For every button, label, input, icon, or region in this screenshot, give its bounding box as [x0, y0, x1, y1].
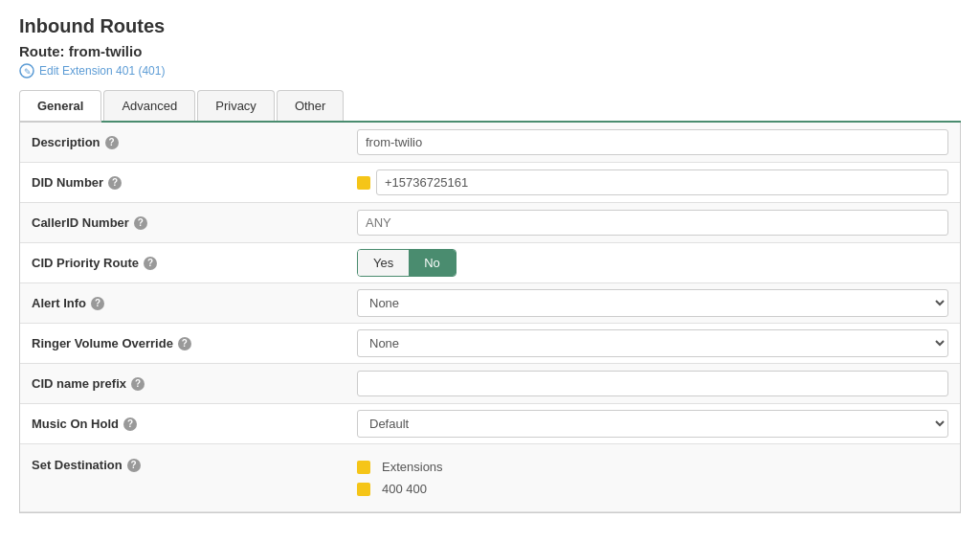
- set-destination-label: Set Destination ?: [20, 452, 345, 480]
- cid-priority-toggle-group: Yes No: [357, 249, 457, 277]
- did-input-wrapper: [357, 169, 948, 195]
- callerid-number-label: CallerID Number ?: [20, 208, 345, 237]
- cid-priority-route-row: CID Priority Route ? Yes No: [20, 243, 960, 283]
- callerid-help-icon[interactable]: ?: [134, 216, 147, 230]
- callerid-number-row: CallerID Number ?: [20, 203, 960, 243]
- edit-link-text: Edit Extension 401 (401): [39, 64, 165, 78]
- page-title: Inbound Routes: [19, 15, 961, 37]
- did-number-input[interactable]: [376, 169, 948, 195]
- tab-other[interactable]: Other: [277, 90, 345, 121]
- destination-item-extensions: Extensions: [357, 458, 948, 476]
- did-number-value: [345, 164, 960, 201]
- music-on-hold-help-icon[interactable]: ?: [123, 418, 137, 431]
- cid-priority-help-icon[interactable]: ?: [144, 257, 157, 270]
- set-destination-row: Set Destination ? Extensions 400 400: [20, 444, 960, 512]
- tab-advanced[interactable]: Advanced: [103, 90, 195, 121]
- music-on-hold-label: Music On Hold ?: [20, 409, 345, 439]
- description-value: [345, 124, 960, 161]
- alert-info-select[interactable]: None: [357, 289, 948, 317]
- music-on-hold-select[interactable]: Default: [357, 410, 948, 438]
- did-yellow-indicator: [357, 176, 370, 190]
- callerid-number-input[interactable]: [357, 210, 948, 236]
- ringer-volume-label: Ringer Volume Override ?: [20, 328, 345, 358]
- description-help-icon[interactable]: ?: [105, 136, 119, 149]
- did-number-help-icon[interactable]: ?: [108, 176, 122, 190]
- description-label: Description ?: [20, 127, 345, 157]
- edit-extension-link[interactable]: ✎ Edit Extension 401 (401): [19, 63, 961, 79]
- cid-priority-yes-button[interactable]: Yes: [358, 250, 409, 276]
- ringer-volume-row: Ringer Volume Override ? None: [20, 324, 960, 364]
- cid-name-prefix-input[interactable]: [357, 371, 948, 396]
- edit-icon: ✎: [19, 63, 34, 79]
- cid-name-prefix-label: CID name prefix ?: [20, 369, 345, 398]
- cid-priority-no-button[interactable]: No: [409, 250, 456, 276]
- did-number-label: DID Number ?: [20, 168, 345, 197]
- ringer-volume-value: None: [345, 324, 960, 363]
- alert-info-row: Alert Info ? None: [20, 283, 960, 324]
- ringer-volume-select[interactable]: None: [357, 329, 948, 357]
- music-on-hold-value: Default: [345, 404, 960, 443]
- destination-item-400: 400 400: [357, 480, 948, 498]
- set-destination-help-icon[interactable]: ?: [127, 459, 141, 472]
- ringer-volume-help-icon[interactable]: ?: [178, 337, 191, 350]
- callerid-number-value: [345, 204, 960, 241]
- route-name: Route: from-twilio: [19, 43, 961, 59]
- tab-privacy[interactable]: Privacy: [197, 90, 275, 121]
- destination-yellow-indicator-1: [357, 461, 370, 474]
- cid-priority-route-value: Yes No: [345, 243, 960, 282]
- alert-info-value: None: [345, 283, 960, 323]
- cid-name-prefix-value: [345, 365, 960, 402]
- music-on-hold-row: Music On Hold ? Default: [20, 404, 960, 444]
- destination-label-extensions: Extensions: [382, 460, 443, 474]
- description-input[interactable]: [357, 129, 948, 155]
- cid-priority-route-label: CID Priority Route ?: [20, 248, 345, 278]
- cid-name-prefix-row: CID name prefix ?: [20, 364, 960, 404]
- form-container: Description ? DID Number ? CallerID Numb…: [19, 123, 961, 513]
- destination-yellow-indicator-2: [357, 483, 370, 496]
- alert-info-label: Alert Info ?: [20, 288, 345, 318]
- description-row: Description ?: [20, 123, 960, 163]
- svg-text:✎: ✎: [24, 67, 32, 77]
- destination-label-400: 400 400: [382, 482, 427, 496]
- cid-name-prefix-help-icon[interactable]: ?: [131, 377, 145, 391]
- tab-bar: General Advanced Privacy Other: [19, 90, 961, 123]
- set-destination-value: Extensions 400 400: [345, 452, 960, 504]
- alert-info-help-icon[interactable]: ?: [91, 297, 104, 310]
- tab-general[interactable]: General: [19, 90, 101, 123]
- did-number-row: DID Number ?: [20, 163, 960, 203]
